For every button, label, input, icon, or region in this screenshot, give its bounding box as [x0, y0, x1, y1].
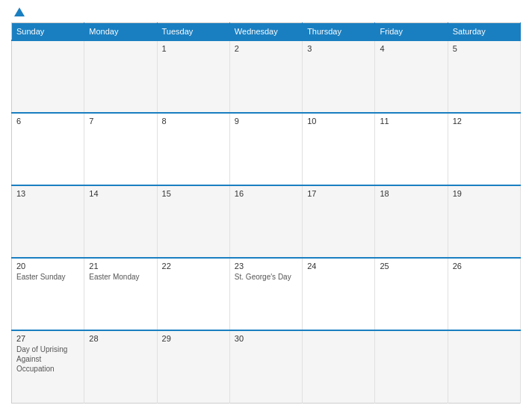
calendar-cell: 15: [157, 185, 229, 258]
day-number: 1: [162, 44, 225, 53]
day-number: 25: [380, 262, 442, 271]
day-number: 29: [162, 334, 225, 343]
calendar-cell: 12: [448, 113, 520, 185]
calendar-cell: 14: [84, 185, 157, 258]
week-row-5: 27Day of UprisingAgainst Occupation28293…: [12, 330, 521, 403]
calendar-cell: [375, 330, 448, 403]
day-number: 13: [16, 189, 79, 198]
calendar-cell: 29: [157, 330, 229, 403]
day-number: 6: [16, 117, 79, 126]
calendar-cell: 20Easter Sunday: [12, 258, 84, 330]
day-number: 22: [162, 262, 225, 271]
day-number: 20: [16, 262, 79, 271]
day-number: 2: [235, 44, 297, 53]
holiday-label: Day of UprisingAgainst Occupation: [16, 344, 79, 374]
day-number: 11: [380, 117, 442, 126]
holiday-label: St. George's Day: [235, 272, 297, 282]
weekday-header-tuesday: Tuesday: [157, 23, 229, 41]
calendar-cell: 7: [84, 113, 157, 185]
weekday-header-row: SundayMondayTuesdayWednesdayThursdayFrid…: [12, 23, 521, 41]
day-number: 17: [307, 189, 370, 198]
calendar-cell: 21Easter Monday: [84, 258, 157, 330]
weekday-header-wednesday: Wednesday: [229, 23, 302, 41]
day-number: 7: [89, 117, 152, 126]
holiday-label: Easter Sunday: [16, 272, 79, 282]
calendar-cell: 19: [448, 185, 520, 258]
day-number: 4: [380, 44, 442, 53]
calendar-cell: [12, 40, 84, 113]
calendar-cell: 6: [12, 113, 84, 185]
calendar-cell: 8: [157, 113, 229, 185]
day-number: 5: [453, 44, 516, 53]
calendar-table: SundayMondayTuesdayWednesdayThursdayFrid…: [11, 22, 521, 404]
day-number: 26: [453, 262, 516, 271]
day-number: 23: [235, 262, 297, 271]
weekday-header-thursday: Thursday: [303, 23, 375, 41]
weekday-header-friday: Friday: [375, 23, 448, 41]
holiday-label: Easter Monday: [89, 272, 152, 282]
calendar-cell: [448, 330, 520, 403]
calendar-cell: 2: [229, 40, 302, 113]
calendar-cell: 16: [229, 185, 302, 258]
calendar-cell: 22: [157, 258, 229, 330]
day-number: 24: [307, 262, 370, 271]
day-number: 3: [307, 44, 370, 53]
day-number: 15: [162, 189, 225, 198]
weekday-header-sunday: Sunday: [12, 23, 84, 41]
calendar-cell: 5: [448, 40, 520, 113]
week-row-3: 13141516171819: [12, 185, 521, 258]
day-number: 12: [453, 117, 516, 126]
day-number: 28: [89, 334, 152, 343]
day-number: 27: [16, 334, 79, 343]
calendar-cell: 1: [157, 40, 229, 113]
weekday-header-saturday: Saturday: [448, 23, 520, 41]
calendar-cell: 26: [448, 258, 520, 330]
day-number: 8: [162, 117, 225, 126]
week-row-4: 20Easter Sunday21Easter Monday2223St. Ge…: [12, 258, 521, 330]
day-number: 16: [235, 189, 297, 198]
day-number: 19: [453, 189, 516, 198]
calendar-cell: 30: [229, 330, 302, 403]
calendar-cell: 13: [12, 185, 84, 258]
weekday-header-monday: Monday: [84, 23, 157, 41]
calendar-cell: 4: [375, 40, 448, 113]
day-number: 30: [235, 334, 297, 343]
day-number: 21: [89, 262, 152, 271]
calendar-cell: [303, 330, 375, 403]
day-number: 10: [307, 117, 370, 126]
calendar-cell: 23St. George's Day: [229, 258, 302, 330]
calendar-cell: 27Day of UprisingAgainst Occupation: [12, 330, 84, 403]
day-number: 9: [235, 117, 297, 126]
calendar-page: SundayMondayTuesdayWednesdayThursdayFrid…: [0, 0, 532, 411]
calendar-cell: 18: [375, 185, 448, 258]
calendar-cell: 11: [375, 113, 448, 185]
calendar-cell: 10: [303, 113, 375, 185]
logo-triangle-icon: [14, 7, 25, 16]
calendar-cell: 3: [303, 40, 375, 113]
calendar-cell: 28: [84, 330, 157, 403]
header: [11, 7, 521, 16]
calendar-cell: 25: [375, 258, 448, 330]
calendar-cell: [84, 40, 157, 113]
calendar-cell: 17: [303, 185, 375, 258]
day-number: 14: [89, 189, 152, 198]
day-number: 18: [380, 189, 442, 198]
logo: [11, 7, 26, 16]
week-row-2: 6789101112: [12, 113, 521, 185]
calendar-cell: 9: [229, 113, 302, 185]
calendar-cell: 24: [303, 258, 375, 330]
week-row-1: 12345: [12, 40, 521, 113]
